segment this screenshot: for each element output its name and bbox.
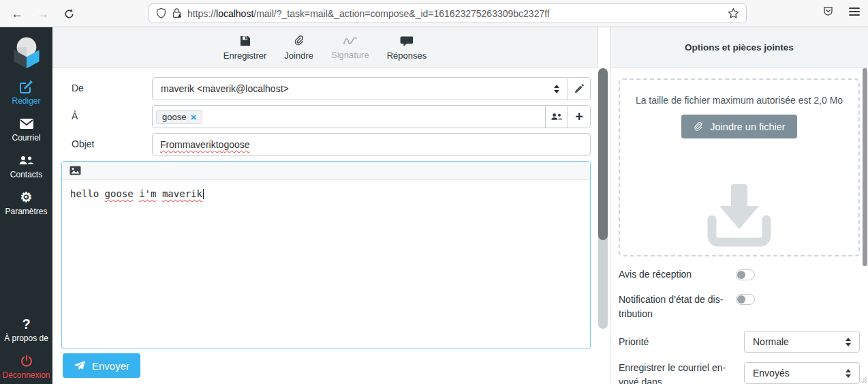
recipient-input[interactable]: goose × bbox=[153, 106, 545, 128]
contacts-icon bbox=[18, 154, 35, 166]
responses-button[interactable]: Réponses bbox=[387, 35, 427, 61]
select-arrows-icon bbox=[846, 338, 851, 346]
responses-label: Réponses bbox=[387, 50, 427, 61]
receipt-row: Avis de réception bbox=[619, 267, 860, 282]
edit-identity-button[interactable] bbox=[568, 78, 590, 100]
people-icon bbox=[551, 112, 563, 121]
menu-button[interactable] bbox=[849, 8, 860, 16]
receipt-toggle[interactable] bbox=[736, 269, 755, 280]
sidebar-item-label: Paramètres bbox=[0, 207, 52, 216]
paper-plane-icon bbox=[74, 360, 86, 371]
signature-icon bbox=[343, 35, 358, 46]
add-recipient-field-button[interactable]: + bbox=[568, 106, 590, 128]
priority-select[interactable]: Normale bbox=[744, 331, 860, 353]
addressbook-button[interactable] bbox=[545, 106, 568, 128]
compose-area: Enregistrer Joindre Signature Réponses D… bbox=[52, 27, 610, 384]
url-path: /mail/?_task=mail&_action=compose&_id=16… bbox=[253, 8, 549, 19]
select-arrows-icon bbox=[846, 369, 851, 378]
sidebar-item-mail[interactable]: Courriel bbox=[0, 116, 52, 143]
recipient-tag: goose × bbox=[156, 110, 202, 124]
panel-scrollbar-thumb[interactable] bbox=[863, 68, 867, 266]
dsn-label: Notification d’état de dis- tribution bbox=[619, 293, 736, 321]
toggle-knob bbox=[737, 271, 745, 279]
pencil-icon bbox=[574, 83, 585, 94]
priority-label: Priorité bbox=[619, 335, 736, 349]
browser-reload-button[interactable] bbox=[60, 5, 78, 22]
from-row: De maverik <maverik@localhost> bbox=[61, 77, 591, 100]
save-icon bbox=[239, 35, 251, 47]
remove-recipient-icon[interactable]: × bbox=[190, 112, 196, 122]
sidebar-item-label: Contacts bbox=[0, 170, 52, 179]
compose-toolbar: Enregistrer Joindre Signature Réponses bbox=[52, 27, 598, 68]
paperclip-icon bbox=[293, 34, 305, 47]
max-filesize-text: La taille de fichier maximum autorisée e… bbox=[620, 95, 858, 106]
compose-scroll-region: De maverik <maverik@localhost> À bbox=[52, 68, 610, 351]
pocket-icon bbox=[822, 5, 834, 17]
dsn-toggle[interactable] bbox=[736, 294, 755, 305]
select-arrows-icon bbox=[554, 85, 559, 93]
attachment-dropzone[interactable]: La taille de fichier maximum autorisée e… bbox=[619, 78, 860, 256]
options-panel: Options et pièces jointes La taille de f… bbox=[610, 27, 868, 384]
attach-label: Joindre bbox=[284, 50, 313, 61]
store-value: Envoyés bbox=[753, 368, 790, 379]
compose-icon bbox=[19, 80, 33, 94]
pocket-button[interactable] bbox=[822, 5, 834, 17]
url-host: localhost bbox=[216, 8, 253, 19]
power-icon bbox=[20, 355, 33, 367]
body-misspelled-text: goose i'm maverik bbox=[105, 188, 202, 199]
subject-row: Objet From maverik to goose bbox=[61, 133, 591, 156]
sidebar-item-label: À propos de bbox=[0, 334, 52, 343]
url-bar[interactable]: https://localhost/mail/?_task=mail&_acti… bbox=[149, 3, 747, 23]
options-panel-body: La taille de fichier maximum autorisée e… bbox=[610, 68, 868, 384]
speech-bubble-icon bbox=[400, 35, 413, 47]
from-select[interactable]: maverik <maverik@localhost> bbox=[153, 78, 568, 100]
gear-icon: ⚙ bbox=[20, 190, 33, 204]
compose-form: De maverik <maverik@localhost> À bbox=[52, 68, 610, 349]
attach-file-button[interactable]: Joindre un fichier bbox=[681, 115, 796, 138]
message-body-input[interactable]: hello goose i'm maverik bbox=[62, 180, 590, 207]
compose-footer: Envoyer bbox=[52, 351, 610, 384]
sidebar-item-contacts[interactable]: Contacts bbox=[0, 153, 52, 179]
priority-row: Priorité Normale bbox=[619, 331, 860, 353]
compose-scrollbar[interactable] bbox=[598, 68, 608, 329]
chrome-right-icons bbox=[822, 5, 860, 17]
priority-value: Normale bbox=[753, 336, 789, 347]
send-label: Envoyer bbox=[92, 360, 129, 372]
sidebar-item-label: Rédiger bbox=[0, 96, 52, 106]
drop-download-icon bbox=[697, 179, 781, 250]
browser-forward-button[interactable]: → bbox=[34, 5, 52, 22]
browser-back-button[interactable]: ← bbox=[8, 5, 26, 22]
store-select[interactable]: Envoyés bbox=[744, 362, 860, 384]
sidebar-item-about[interactable]: ? À propos de bbox=[0, 316, 52, 343]
save-button[interactable]: Enregistrer bbox=[223, 35, 267, 61]
sidebar: Rédiger Courriel Contacts ⚙ Paramètres ?… bbox=[0, 27, 52, 384]
signature-label: Signature bbox=[331, 50, 369, 60]
resize-grip[interactable] bbox=[859, 375, 867, 383]
star-icon bbox=[728, 8, 739, 19]
sidebar-item-compose[interactable]: Rédiger bbox=[0, 79, 52, 106]
attach-button[interactable]: Joindre bbox=[284, 34, 313, 61]
lock-warning-icon bbox=[172, 8, 182, 19]
browser-chrome: ← → https://localhost/mail/?_task=mail&_… bbox=[0, 0, 868, 27]
reload-icon bbox=[63, 8, 75, 20]
dsn-row: Notification d’état de dis- tribution bbox=[619, 293, 860, 321]
compose-scrollbar-thumb[interactable] bbox=[598, 68, 608, 240]
send-button[interactable]: Envoyer bbox=[63, 353, 140, 378]
sidebar-item-label: Déconnexion bbox=[0, 370, 52, 380]
sidebar-item-settings[interactable]: ⚙ Paramètres bbox=[0, 190, 52, 216]
save-label: Enregistrer bbox=[223, 50, 267, 61]
attach-file-label: Joindre un fichier bbox=[710, 121, 785, 132]
bookmark-star-button[interactable] bbox=[728, 8, 739, 19]
subject-input[interactable]: From maverik to goose bbox=[152, 133, 591, 156]
message-editor: hello goose i'm maverik bbox=[61, 161, 591, 349]
signature-button[interactable]: Signature bbox=[331, 35, 369, 60]
store-row: Enregistrer le courriel en- voyé dans En… bbox=[619, 361, 860, 384]
subject-label: Objet bbox=[72, 133, 152, 156]
sidebar-item-logout[interactable]: Déconnexion bbox=[0, 353, 52, 380]
from-label: De bbox=[72, 77, 152, 100]
body-text: hello bbox=[70, 188, 99, 199]
insert-image-icon[interactable] bbox=[69, 166, 81, 175]
store-label: Enregistrer le courriel en- voyé dans bbox=[619, 361, 736, 384]
to-label: À bbox=[72, 105, 152, 128]
text-cursor bbox=[203, 189, 204, 199]
